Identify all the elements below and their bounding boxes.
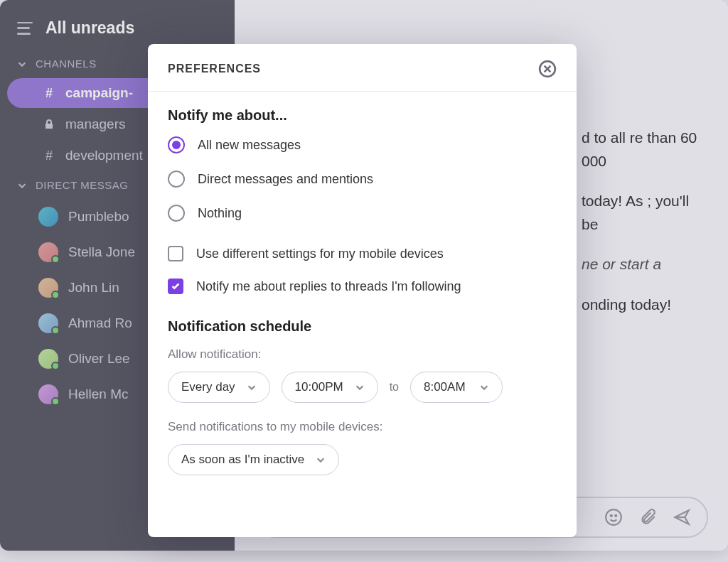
chevron-down-icon <box>247 382 257 392</box>
time-to-select[interactable]: 8:00AM <box>410 372 503 403</box>
presence-icon <box>51 397 60 406</box>
hash-icon: # <box>43 86 55 101</box>
day-select[interactable]: Every day <box>168 372 270 403</box>
channels-header-label: CHANNELS <box>36 58 97 70</box>
radio-label: Nothing <box>198 206 242 221</box>
select-value: 10:00PM <box>295 380 343 394</box>
dm-header-label: DIRECT MESSAG <box>36 179 128 191</box>
preferences-modal: PREFERENCES Notify me about... All new m… <box>148 44 577 537</box>
radio-icon <box>168 136 185 153</box>
hash-icon: # <box>43 148 55 163</box>
chevron-down-icon <box>17 59 27 69</box>
svg-point-2 <box>615 515 616 517</box>
attachment-icon[interactable] <box>638 508 657 526</box>
presence-icon <box>51 291 60 299</box>
avatar <box>38 384 58 404</box>
close-icon[interactable] <box>538 60 557 78</box>
channel-label: managers <box>65 117 126 132</box>
radio-icon <box>168 205 185 222</box>
schedule-heading: Notification schedule <box>168 318 557 335</box>
radio-all-messages[interactable]: All new messages <box>168 136 557 153</box>
allow-notification-label: Allow notification: <box>168 347 557 362</box>
notify-heading: Notify me about... <box>168 107 557 124</box>
presence-icon <box>51 362 60 370</box>
radio-label: Direct messages and mentions <box>198 172 373 187</box>
dm-label: Hellen Mc <box>68 387 128 402</box>
menu-icon[interactable] <box>17 22 33 35</box>
avatar <box>38 278 58 298</box>
channel-label: development <box>65 148 143 163</box>
avatar <box>38 207 58 227</box>
avatar <box>38 313 58 333</box>
channel-label: campaign- <box>65 85 133 101</box>
avatar <box>38 242 58 262</box>
checkbox-mobile-settings[interactable]: Use different settings for my mobile dev… <box>168 246 557 261</box>
checkbox-icon <box>168 246 183 261</box>
select-value: 8:00AM <box>424 380 466 394</box>
select-value: Every day <box>181 380 235 394</box>
radio-nothing[interactable]: Nothing <box>168 205 557 222</box>
lock-icon <box>43 119 55 130</box>
radio-icon <box>168 171 185 188</box>
modal-title: PREFERENCES <box>168 63 261 75</box>
chevron-down-icon <box>17 180 27 190</box>
chevron-down-icon <box>479 382 489 392</box>
radio-label: All new messages <box>198 138 301 153</box>
checkbox-label: Use different settings for my mobile dev… <box>196 247 444 261</box>
presence-icon <box>51 326 60 335</box>
checkbox-thread-replies[interactable]: Notify me about replies to threads I'm f… <box>168 279 557 294</box>
dm-label: Stella Jone <box>68 244 135 260</box>
svg-point-0 <box>606 509 621 525</box>
dm-label: Ahmad Ro <box>68 315 132 331</box>
emoji-icon[interactable] <box>604 508 623 526</box>
dm-label: John Lin <box>68 280 119 296</box>
time-from-select[interactable]: 10:00PM <box>282 372 378 403</box>
chevron-down-icon <box>316 455 326 465</box>
checkbox-label: Notify me about replies to threads I'm f… <box>196 279 461 294</box>
to-label: to <box>390 381 399 394</box>
mobile-notification-label: Send notifications to my mobile devices: <box>168 420 557 434</box>
dm-label: Pumblebo <box>68 209 129 225</box>
dm-label: Oliver Lee <box>68 351 130 367</box>
chevron-down-icon <box>355 382 365 392</box>
avatar <box>38 349 58 369</box>
presence-icon <box>51 255 60 264</box>
svg-point-1 <box>611 515 612 517</box>
sidebar-title: All unreads <box>46 18 134 38</box>
checkbox-icon <box>168 279 183 294</box>
mobile-trigger-select[interactable]: As soon as I'm inactive <box>168 444 339 475</box>
send-icon[interactable] <box>673 508 691 526</box>
radio-dm-mentions[interactable]: Direct messages and mentions <box>168 171 557 188</box>
select-value: As soon as I'm inactive <box>181 453 304 467</box>
